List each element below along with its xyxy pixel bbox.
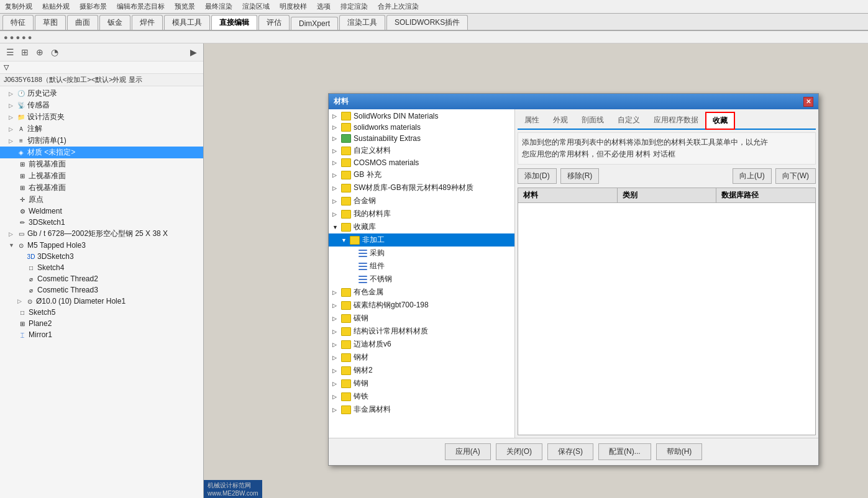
toolbar-btn-copy[interactable]: 复制外观 bbox=[2, 2, 35, 11]
toolbar-btn-paste[interactable]: 粘贴外观 bbox=[40, 2, 72, 11]
tree-item-tube[interactable]: ▷ ▭ Gb / t 6728—2002矩形空心型钢 25 X 38 X bbox=[0, 228, 203, 240]
dlg-item-sw-lib[interactable]: ▷ SW材质库-GB有限元材料489种材质 bbox=[329, 181, 514, 194]
tree-item-hole1[interactable]: ▷ ⊙ Ø10.0 (10) Diameter Hole1 bbox=[0, 296, 203, 307]
tree-item-origin[interactable]: ✛ 原点 bbox=[0, 194, 203, 206]
close-button[interactable]: 关闭(O) bbox=[496, 443, 542, 460]
tree-item-taphole[interactable]: ▼ ⊙ M5 Tapped Hole3 bbox=[0, 240, 203, 251]
toolbar-btn-select[interactable]: 选项 bbox=[314, 2, 333, 11]
tree-item-3dsketch1[interactable]: ✏ 3DSketch1 bbox=[0, 217, 203, 228]
dlg-item-non-machined[interactable]: ▼ 非加工 bbox=[329, 233, 514, 247]
dlg-arrow-favorites: ▼ bbox=[332, 224, 341, 230]
icon-btn-list[interactable]: ☰ bbox=[4, 46, 16, 58]
tab-surface[interactable]: 曲面 bbox=[67, 15, 98, 30]
tab-favorites[interactable]: 收藏 bbox=[705, 112, 735, 130]
tab-features[interactable]: 特征 bbox=[2, 15, 34, 30]
dlg-item-cosmos[interactable]: ▷ COSMOS materials bbox=[329, 157, 514, 168]
toolbar-btn-render[interactable]: 摄影布景 bbox=[77, 2, 109, 11]
tree-item-cutlist[interactable]: ▷ ≡ 切割清单(1) bbox=[0, 135, 203, 147]
dlg-item-cast-steel[interactable]: ▷ 铸钢 bbox=[329, 377, 514, 390]
dlg-item-stainless[interactable]: 不锈钢 bbox=[329, 273, 514, 286]
tab-crosshatch[interactable]: 剖面线 bbox=[575, 112, 611, 129]
icon-btn-expand[interactable]: ▶ bbox=[187, 46, 199, 58]
tab-mold[interactable]: 模具工具 bbox=[164, 15, 210, 30]
tab-render[interactable]: 渲染工具 bbox=[339, 15, 385, 30]
toolbar-btn-state[interactable]: 编辑布景态目标 bbox=[114, 2, 167, 11]
tab-sketch[interactable]: 草图 bbox=[35, 15, 66, 30]
tab-sheetmetal[interactable]: 钣金 bbox=[99, 15, 130, 30]
tree-item-annotation[interactable]: ▷ Ａ 注解 bbox=[0, 123, 203, 135]
dlg-item-cast-iron[interactable]: ▷ 铸铁 bbox=[329, 390, 514, 403]
tree-item-sketch4[interactable]: □ Sketch4 bbox=[0, 262, 203, 273]
dialog-close-button[interactable]: ✕ bbox=[803, 97, 813, 107]
th-material: 材料 bbox=[518, 188, 618, 202]
tab-custom[interactable]: 自定义 bbox=[611, 112, 647, 129]
tree-item-sensor[interactable]: ▷ 📡 传感器 bbox=[0, 99, 203, 111]
toolbar-btn-align[interactable]: 合并上次渲染 bbox=[375, 2, 421, 11]
tree-item-3dsketch3[interactable]: 3D 3DSketch3 bbox=[0, 251, 203, 262]
tree-item-thread3[interactable]: ⌀ Cosmetic Thread3 bbox=[0, 284, 203, 296]
tab-appearance[interactable]: 外观 bbox=[546, 112, 575, 129]
move-up-button[interactable]: 向上(U) bbox=[733, 168, 772, 184]
icon-weldment: ⚙ bbox=[17, 206, 27, 216]
icon-right-plane: ⊞ bbox=[17, 183, 27, 193]
toolbar-btn-schedule[interactable]: 排定渲染 bbox=[338, 2, 370, 11]
save-button[interactable]: 保存(S) bbox=[547, 443, 593, 460]
arrow-designbinder: ▷ bbox=[9, 114, 16, 120]
toolbar-btn-region[interactable]: 渲染区域 bbox=[240, 2, 272, 11]
dlg-item-carbon[interactable]: ▷ 碳钢 bbox=[329, 312, 514, 325]
tree-item-top[interactable]: ⊞ 上视基准面 bbox=[0, 170, 203, 182]
toolbar-btn-final[interactable]: 最终渲染 bbox=[203, 2, 235, 11]
tab-properties[interactable]: 属性 bbox=[518, 112, 546, 129]
dlg-item-assembly[interactable]: 组件 bbox=[329, 260, 514, 273]
dlg-item-favorites[interactable]: ▼ 收藏库 bbox=[329, 220, 514, 233]
dlg-item-purchase[interactable]: 采购 bbox=[329, 247, 514, 260]
dlg-item-carbon-struct[interactable]: ▷ 碳素结构钢gbt700-198 bbox=[329, 299, 514, 312]
tree-item-material[interactable]: ◈ 材质 <未指定> bbox=[0, 147, 203, 158]
help-button[interactable]: 帮助(H) bbox=[656, 443, 703, 460]
icon-btn-grid[interactable]: ⊞ bbox=[19, 46, 31, 58]
tree-item-weldment[interactable]: ⚙ Weldment bbox=[0, 206, 203, 217]
tab-evaluate[interactable]: 评估 bbox=[258, 15, 290, 30]
dlg-item-steel2[interactable]: ▷ 钢材2 bbox=[329, 364, 514, 377]
tree-item-designbinder[interactable]: ▷ 📁 设计活页夹 bbox=[0, 111, 203, 123]
label-origin: 原点 bbox=[29, 194, 43, 205]
label-top: 上视基准面 bbox=[29, 171, 66, 181]
icon-btn-pie[interactable]: ◔ bbox=[48, 46, 61, 58]
tree-item-front[interactable]: ⊞ 前视基准面 bbox=[0, 158, 203, 170]
dlg-item-sustainability[interactable]: ▷ Sustainability Extras bbox=[329, 133, 514, 144]
dlg-item-nonferrous[interactable]: ▷ 有色金属 bbox=[329, 286, 514, 299]
add-button[interactable]: 添加(D) bbox=[518, 168, 557, 184]
main-area: ☰ ⊞ ⊕ ◔ ▶ ▽ J0635Y6188（默认<按加工><默认>外观 显示 … bbox=[0, 43, 868, 498]
tab-dimxpert[interactable]: DimXpert bbox=[291, 17, 338, 30]
dlg-item-alloy[interactable]: ▷ 合金钢 bbox=[329, 194, 514, 207]
dlg-arrow-cosmos: ▷ bbox=[332, 160, 341, 166]
tab-solidworks-plugin[interactable]: SOLIDWORKS插件 bbox=[386, 15, 468, 30]
tree-item-sketch5[interactable]: □ Sketch5 bbox=[0, 307, 203, 318]
dlg-label-non-metal: 非金属材料 bbox=[354, 404, 391, 415]
remove-button[interactable]: 移除(R) bbox=[560, 168, 600, 184]
dlg-item-gb[interactable]: ▷ GB 补充 bbox=[329, 168, 514, 181]
dlg-item-maidi[interactable]: ▷ 迈迪材质v6 bbox=[329, 338, 514, 351]
config-button[interactable]: 配置(N)... bbox=[598, 443, 651, 460]
move-down-button[interactable]: 向下(W) bbox=[775, 168, 816, 184]
dlg-item-mylib[interactable]: ▷ 我的材料库 bbox=[329, 207, 514, 220]
dlg-item-solidworks-materials[interactable]: ▷ solidworks materials bbox=[329, 122, 514, 133]
tree-item-mirror1[interactable]: ⌶ Mirror1 bbox=[0, 329, 203, 340]
apply-button[interactable]: 应用(A) bbox=[445, 443, 491, 460]
toolbar-btn-preview[interactable]: 预览景 bbox=[172, 2, 198, 11]
dlg-item-non-metal[interactable]: ▷ 非金属材料 bbox=[329, 403, 514, 416]
tab-appdata[interactable]: 应用程序数据 bbox=[647, 112, 705, 129]
tree-item-thread2[interactable]: ⌀ Cosmetic Thread2 bbox=[0, 273, 203, 284]
tab-weldment[interactable]: 焊件 bbox=[132, 15, 163, 30]
tab-direct-edit[interactable]: 直接编辑 bbox=[211, 15, 257, 30]
dlg-item-solidworks-din[interactable]: ▷ SolidWorks DIN Materials bbox=[329, 111, 514, 122]
dlg-item-custom[interactable]: ▷ 自定义材料 bbox=[329, 144, 514, 157]
tree-item-right[interactable]: ⊞ 右视基准面 bbox=[0, 182, 203, 194]
dlg-item-struct-common[interactable]: ▷ 结构设计常用材料材质 bbox=[329, 325, 514, 338]
tree-item-history[interactable]: ▷ 🕐 历史记录 bbox=[0, 88, 203, 99]
icon-btn-target[interactable]: ⊕ bbox=[34, 46, 46, 58]
tree-item-plane2[interactable]: ⊞ Plane2 bbox=[0, 318, 203, 329]
toolbar-btn-brightness[interactable]: 明度校样 bbox=[277, 2, 309, 11]
dlg-item-steel1[interactable]: ▷ 钢材 bbox=[329, 351, 514, 364]
top-toolbar: 复制外观 粘贴外观 摄影布景 编辑布景态目标 预览景 最终渲染 渲染区域 明度校… bbox=[0, 0, 868, 14]
